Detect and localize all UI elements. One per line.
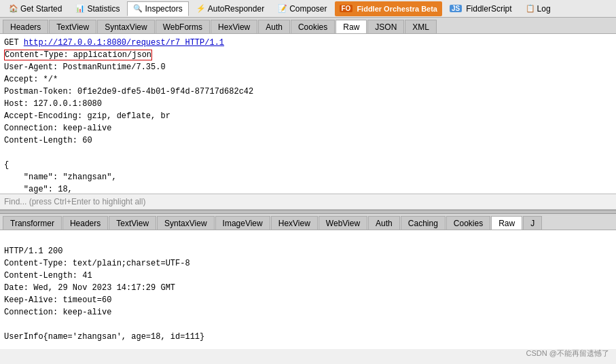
request-line13: "age": 18,	[4, 185, 73, 194]
request-line2: Content-Type: application/json	[4, 50, 152, 60]
tab-response-headers[interactable]: Headers	[62, 216, 108, 230]
tab-request-json[interactable]: JSON	[367, 20, 404, 33]
fo-badge: FO	[340, 5, 353, 12]
content-type-header: Content-Type: application/json	[4, 50, 152, 60]
response-line6: Connection: keep-alive	[4, 308, 111, 317]
response-line8: UserInfo{name='zhangsan', age=18, id=111…	[4, 332, 204, 342]
response-line5: Keep-Alive: timeout=60	[4, 295, 111, 305]
request-line5: Postman-Token: 0f1e2de9-dfe5-4b01-9f4d-8…	[4, 87, 253, 96]
tab-request-headers[interactable]: Headers	[3, 20, 48, 33]
composer-icon: 📝	[278, 4, 287, 13]
tab-response-transformer[interactable]: Transformer	[3, 216, 62, 230]
tab-response-textview[interactable]: TextView	[109, 216, 156, 230]
tab-response-caching[interactable]: Caching	[401, 216, 446, 230]
request-line8: Connection: keep-alive	[4, 124, 111, 133]
tab-response-hexview[interactable]: HexView	[271, 216, 318, 230]
nav-composer[interactable]: 📝 Composer	[272, 1, 333, 16]
get-started-icon: 🏠	[9, 4, 18, 13]
tab-request-xml[interactable]: XML	[405, 20, 437, 33]
nav-log[interactable]: 📋 Log	[520, 1, 557, 16]
nav-inspectors[interactable]: 🔍 Inspectors	[127, 1, 188, 16]
tab-response-webview[interactable]: WebView	[319, 216, 367, 230]
top-nav-bar: 🏠 Get Started 📊 Statistics 🔍 Inspectors …	[0, 0, 616, 18]
inspectors-icon: 🔍	[133, 4, 143, 13]
request-tab-bar: Headers TextView SyntaxView WebForms Hex…	[0, 18, 616, 34]
request-url[interactable]: http://127.0.0.1:8080/request/r7 HTTP/1.…	[24, 38, 224, 48]
response-line2: Content-Type: text/plain;charset=UTF-8	[4, 259, 190, 268]
request-content-area: GET http://127.0.0.1:8080/request/r7 HTT…	[0, 34, 616, 194]
tab-request-webforms[interactable]: WebForms	[156, 20, 210, 33]
request-line9: Content-Length: 60	[4, 136, 92, 145]
tab-response-raw[interactable]: Raw	[491, 216, 522, 230]
request-line1: GET http://127.0.0.1:8080/request/r7 HTT…	[4, 38, 224, 48]
watermark: CSDN @不能再留遗憾了	[526, 348, 609, 359]
tab-response-syntaxview[interactable]: SyntaxView	[157, 216, 214, 230]
response-line3: Content-Length: 41	[4, 271, 92, 280]
tab-request-cookies[interactable]: Cookies	[291, 20, 335, 33]
tab-response-cookies[interactable]: Cookies	[446, 216, 490, 230]
nav-statistics[interactable]: 📊 Statistics	[69, 1, 126, 16]
tab-response-imageview[interactable]: ImageView	[215, 216, 270, 230]
nav-fiddlerscript[interactable]: JS FiddlerScript	[443, 1, 518, 16]
nav-autoresponder[interactable]: ⚡ AutoResponder	[190, 1, 270, 16]
tab-request-hexview[interactable]: HexView	[211, 20, 257, 33]
response-content-area: HTTP/1.1 200 Content-Type: text/plain;ch…	[0, 230, 616, 349]
tab-request-syntaxview[interactable]: SyntaxView	[97, 20, 154, 33]
response-line1: HTTP/1.1 200	[4, 247, 62, 256]
find-placeholder: Find... (press Ctrl+Enter to highlight a…	[4, 197, 145, 206]
request-line11: {	[4, 160, 9, 170]
request-line4: Accept: */*	[4, 75, 58, 84]
request-line7: Accept-Encoding: gzip, deflate, br	[4, 111, 170, 121]
nav-get-started[interactable]: 🏠 Get Started	[3, 1, 68, 16]
response-tab-bar: Transformer Headers TextView SyntaxView …	[0, 214, 616, 230]
request-line3: User-Agent: PostmanRuntime/7.35.0	[4, 62, 166, 72]
request-line12: "name": "zhangsan",	[4, 172, 117, 182]
autoresponder-icon: ⚡	[196, 4, 206, 13]
statistics-icon: 📊	[75, 4, 85, 13]
tab-response-j[interactable]: J	[523, 216, 542, 230]
tab-response-auth[interactable]: Auth	[368, 216, 400, 230]
fiddlerscript-icon: JS	[450, 5, 462, 12]
response-line4: Date: Wed, 29 Nov 2023 14:17:29 GMT	[4, 283, 175, 293]
tab-request-auth[interactable]: Auth	[258, 20, 290, 33]
request-line6: Host: 127.0.0.1:8080	[4, 99, 102, 109]
tab-request-raw[interactable]: Raw	[336, 20, 367, 33]
tab-request-textview[interactable]: TextView	[49, 20, 96, 33]
log-icon: 📋	[526, 4, 535, 13]
nav-fiddler-orchestra[interactable]: FO Fiddler Orchestra Beta	[335, 1, 442, 16]
find-bar: Find... (press Ctrl+Enter to highlight a…	[0, 194, 616, 210]
